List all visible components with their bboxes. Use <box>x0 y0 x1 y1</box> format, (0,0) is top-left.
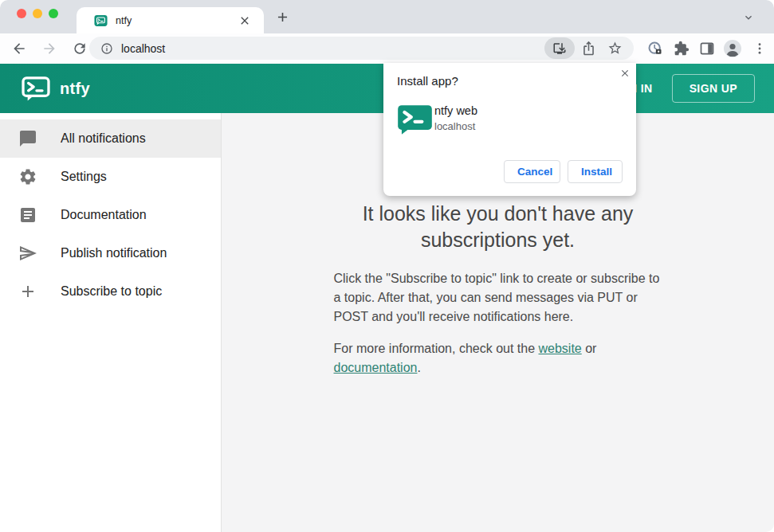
install-app-dialog: Install app? ntfy web localhost Cancel I… <box>383 63 636 196</box>
sign-up-button[interactable]: SIGN UP <box>672 74 755 103</box>
app-title: ntfy <box>60 80 90 98</box>
ntfy-logo-icon <box>22 76 50 101</box>
more-info-suffix: . <box>417 361 420 374</box>
empty-state-heading: It looks like you don't have any subscri… <box>319 201 678 253</box>
browser-tab[interactable]: ntfy <box>77 7 264 33</box>
chat-icon <box>18 129 37 148</box>
sidebar-item-label: Publish notification <box>61 246 167 260</box>
sidebar-item-label: Documentation <box>61 208 147 222</box>
browser-toolbar: localhost <box>0 33 774 64</box>
empty-state-paragraph: Click the "Subscribe to topic" link to c… <box>334 269 662 327</box>
browser-window: ntfy localhost <box>0 0 774 532</box>
sidebar-item-settings[interactable]: Settings <box>0 158 221 196</box>
close-icon[interactable] <box>619 68 631 79</box>
sidebar-item-all-notifications[interactable]: All notifications <box>0 119 221 158</box>
sidebar-item-publish-notification[interactable]: Publish notification <box>0 234 221 272</box>
close-window-button[interactable] <box>17 9 26 18</box>
side-panel-icon[interactable] <box>699 41 715 57</box>
sidebar-item-label: Settings <box>61 170 107 184</box>
dialog-origin: localhost <box>434 120 475 132</box>
reload-icon[interactable] <box>72 41 88 57</box>
extensions-puzzle-icon[interactable] <box>674 41 690 57</box>
dialog-app-name: ntfy web <box>434 104 477 117</box>
maximize-window-button[interactable] <box>49 9 58 18</box>
empty-state-more-info: For more information, check out the webs… <box>334 339 662 377</box>
minimize-window-button[interactable] <box>33 9 42 18</box>
share-icon[interactable] <box>581 41 596 56</box>
bookmark-star-icon[interactable] <box>607 41 623 56</box>
more-info-prefix: For more information, check out the <box>334 342 539 355</box>
back-icon[interactable] <box>11 41 27 57</box>
sidebar-item-label: All notifications <box>61 131 146 146</box>
sidebar-item-label: Subscribe to topic <box>61 284 162 299</box>
tab-search-chevron-icon[interactable] <box>742 11 755 24</box>
tab-close-icon[interactable] <box>238 14 251 27</box>
dialog-title: Install app? <box>397 74 458 88</box>
menu-dots-icon[interactable] <box>752 41 767 56</box>
cancel-button[interactable]: Cancel <box>504 160 560 183</box>
sidebar: All notifications Settings Documentation… <box>0 113 222 532</box>
forward-icon[interactable] <box>41 41 57 57</box>
sidebar-item-documentation[interactable]: Documentation <box>0 196 221 234</box>
article-icon <box>18 205 37 225</box>
tab-strip: ntfy <box>0 0 774 33</box>
more-info-middle: or <box>582 342 597 355</box>
install-button[interactable]: Install <box>568 160 623 183</box>
website-link[interactable]: website <box>539 342 582 355</box>
tab-title: ntfy <box>116 15 238 26</box>
password-manager-icon[interactable] <box>647 41 663 57</box>
url-text[interactable]: localhost <box>121 42 544 55</box>
send-icon <box>18 244 37 263</box>
profile-avatar-icon[interactable] <box>723 39 742 58</box>
install-app-icon[interactable] <box>544 37 575 59</box>
new-tab-plus-icon[interactable] <box>275 10 290 25</box>
documentation-link[interactable]: documentation <box>334 361 418 374</box>
info-icon[interactable] <box>100 42 113 55</box>
gear-icon <box>18 167 37 186</box>
ntfy-app-icon <box>397 103 433 137</box>
ntfy-favicon-icon <box>94 14 108 27</box>
plus-icon <box>18 282 37 301</box>
sidebar-item-subscribe-to-topic[interactable]: Subscribe to topic <box>0 272 221 311</box>
address-bar[interactable]: localhost <box>89 37 634 60</box>
